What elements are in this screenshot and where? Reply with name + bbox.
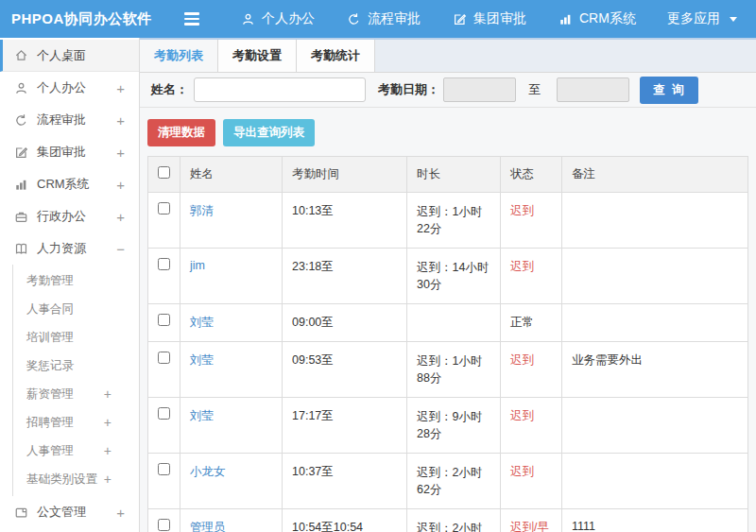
row-checkbox-cell bbox=[148, 509, 180, 532]
sidebar-item-label: 集团审批 bbox=[37, 144, 86, 161]
sidebar-item-label: 人力资源 bbox=[37, 240, 86, 257]
note-cell bbox=[562, 249, 748, 304]
time-cell: 09:00至 bbox=[283, 304, 407, 342]
expand-toggle-icon[interactable]: + bbox=[116, 80, 125, 96]
sidebar-subitem[interactable]: 培训管理 bbox=[13, 323, 139, 352]
top-menu-item[interactable]: 个人办公 bbox=[240, 10, 315, 27]
expand-toggle-icon[interactable]: + bbox=[116, 505, 125, 521]
row-checkbox-cell bbox=[148, 342, 180, 398]
sidebar-subitem[interactable]: 考勤管理 bbox=[13, 266, 139, 295]
duration-cell: 迟到：14小时30分 bbox=[407, 249, 501, 304]
export-list-button[interactable]: 导出查询列表 bbox=[223, 119, 315, 146]
row-checkbox[interactable] bbox=[158, 202, 170, 215]
column-header: 状态 bbox=[501, 157, 562, 193]
tab[interactable]: 考勤列表 bbox=[140, 40, 218, 72]
sidebar-subitem[interactable]: 基础类别设置+ bbox=[13, 465, 139, 493]
sidebar-subitem[interactable]: 招聘管理+ bbox=[13, 408, 139, 437]
sidebar-item-label: CRM系统 bbox=[37, 176, 90, 193]
sidebar-item[interactable]: 用车管理+ bbox=[0, 528, 139, 532]
sidebar-subitem-label: 人事合同 bbox=[26, 301, 74, 317]
expand-toggle-icon[interactable]: + bbox=[104, 415, 112, 430]
sidebar-subitem-label: 奖惩记录 bbox=[26, 358, 74, 374]
sidebar-item[interactable]: CRM系统+ bbox=[0, 168, 139, 200]
status-badge: 迟到/早退 bbox=[501, 509, 562, 532]
employee-name-link[interactable]: 管理员 bbox=[190, 521, 226, 532]
top-menu-item[interactable]: 更多应用 bbox=[667, 10, 737, 27]
expand-toggle-icon[interactable]: + bbox=[116, 112, 125, 129]
sidebar-subitem-label: 招聘管理 bbox=[26, 415, 74, 431]
row-checkbox-cell bbox=[148, 249, 180, 304]
table-row: 刘莹09:00至正常 bbox=[148, 304, 748, 342]
top-menu-item[interactable]: CRM系统 bbox=[558, 10, 636, 27]
sidebar-item-label: 个人办公 bbox=[37, 79, 86, 96]
sidebar-item[interactable]: 人力资源− bbox=[0, 232, 139, 265]
select-all-checkbox[interactable] bbox=[158, 166, 170, 179]
note-cell: 业务需要外出 bbox=[562, 342, 748, 398]
employee-name-link[interactable]: 郭清 bbox=[190, 204, 214, 217]
sidebar-item[interactable]: 公文管理+ bbox=[0, 496, 139, 528]
date-from-input[interactable] bbox=[443, 77, 516, 102]
status-badge: 正常 bbox=[501, 304, 562, 342]
table-row: 小龙女10:37至迟到：2小时62分迟到 bbox=[148, 454, 748, 509]
row-checkbox-cell bbox=[148, 304, 180, 342]
row-checkbox[interactable] bbox=[158, 352, 170, 364]
row-checkbox[interactable] bbox=[158, 407, 170, 420]
sidebar-item[interactable]: 行政办公+ bbox=[0, 200, 139, 232]
top-menu-label: CRM系统 bbox=[579, 10, 636, 27]
sidebar-subitem[interactable]: 奖惩记录 bbox=[13, 352, 139, 380]
sidebar-subitem-label: 薪资管理 bbox=[26, 386, 74, 403]
status-badge: 迟到 bbox=[501, 342, 562, 398]
app-root: PHPOA协同办公软件 个人办公流程审批集团审批CRM系统更多应用 个人桌面个人… bbox=[0, 0, 756, 532]
row-checkbox[interactable] bbox=[158, 519, 170, 531]
expand-toggle-icon[interactable]: + bbox=[116, 209, 125, 225]
sidebar-submenu: 考勤管理人事合同培训管理奖惩记录薪资管理+招聘管理+人事管理+基础类别设置+ bbox=[12, 265, 139, 496]
employee-name-link[interactable]: 小龙女 bbox=[190, 465, 226, 478]
employee-name-link[interactable]: jim bbox=[190, 259, 205, 272]
expand-toggle-icon[interactable]: − bbox=[116, 241, 125, 257]
employee-name-link[interactable]: 刘莹 bbox=[190, 353, 214, 367]
employee-name-link[interactable]: 刘莹 bbox=[190, 316, 214, 329]
sidebar-item[interactable]: 集团审批+ bbox=[0, 136, 139, 168]
expand-toggle-icon[interactable]: + bbox=[104, 472, 112, 487]
edit-icon bbox=[13, 145, 28, 160]
expand-toggle-icon[interactable]: + bbox=[104, 443, 112, 458]
home-icon bbox=[13, 48, 28, 63]
clean-data-button[interactable]: 清理数据 bbox=[147, 119, 215, 146]
row-checkbox[interactable] bbox=[158, 314, 170, 326]
sidebar-subitem[interactable]: 薪资管理+ bbox=[13, 380, 139, 408]
tab[interactable]: 考勤设置 bbox=[218, 40, 297, 72]
flow-icon bbox=[13, 112, 28, 128]
date-to-input[interactable] bbox=[557, 77, 629, 102]
top-menu-label: 个人办公 bbox=[262, 10, 315, 27]
sidebar-subitem[interactable]: 人事管理+ bbox=[13, 437, 139, 465]
date-range-to-label: 至 bbox=[528, 81, 541, 98]
top-menu-label: 集团审批 bbox=[473, 10, 526, 27]
employee-name-link[interactable]: 刘莹 bbox=[190, 409, 214, 422]
top-menu-item[interactable]: 集团审批 bbox=[452, 10, 526, 27]
sidebar-item[interactable]: 个人桌面 bbox=[0, 40, 139, 72]
time-cell: 23:18至 bbox=[283, 249, 407, 304]
flow-icon bbox=[346, 11, 361, 26]
time-cell: 10:13至 bbox=[283, 193, 407, 249]
query-button[interactable]: 查 询 bbox=[640, 77, 698, 104]
duration-cell: 迟到：1小时88分 bbox=[407, 342, 501, 398]
expand-toggle-icon[interactable]: + bbox=[116, 177, 125, 193]
row-checkbox[interactable] bbox=[158, 463, 170, 475]
tab[interactable]: 考勤统计 bbox=[297, 40, 375, 72]
user-icon bbox=[240, 11, 255, 26]
row-checkbox[interactable] bbox=[158, 258, 170, 270]
table-head: 姓名考勤时间时长状态备注 bbox=[148, 157, 748, 193]
app-logo: PHPOA协同办公软件 bbox=[0, 10, 184, 28]
name-input[interactable] bbox=[194, 77, 366, 102]
expand-toggle-icon[interactable]: + bbox=[116, 145, 125, 161]
expand-toggle-icon[interactable]: + bbox=[104, 386, 112, 402]
toolbar: 清理数据 导出查询列表 bbox=[140, 108, 756, 156]
sidebar-item[interactable]: 流程审批+ bbox=[0, 104, 139, 136]
sidebar-subitem[interactable]: 人事合同 bbox=[13, 295, 139, 323]
top-menu-item[interactable]: 流程审批 bbox=[346, 10, 421, 27]
sidebar-subitem-label: 考勤管理 bbox=[26, 273, 74, 289]
hamburger-menu-icon[interactable] bbox=[184, 12, 201, 26]
sidebar-item[interactable]: 个人办公+ bbox=[0, 72, 139, 104]
note-cell bbox=[562, 193, 748, 249]
sidebar-item-label: 公文管理 bbox=[37, 504, 86, 521]
